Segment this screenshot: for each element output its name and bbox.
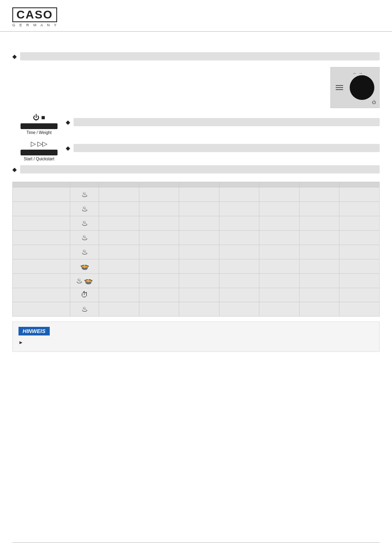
row-7-label (13, 274, 70, 288)
control-bar-time-weight (21, 123, 58, 129)
section-row-bottom: ◆ (12, 165, 380, 173)
col-header-3 (179, 182, 219, 187)
col-header-label (13, 182, 70, 187)
section-line-1 (20, 52, 380, 60)
col-header-5 (259, 182, 300, 187)
top-area: ← → ⏻ (12, 67, 380, 108)
table-section: ♨ ♨ (12, 182, 380, 317)
control-row-start: ▷ ▷▷ Start / Quickstart ◆ (12, 138, 380, 161)
logo: CASO G E R M A N Y (12, 7, 58, 27)
hinweis-text: ► (18, 339, 374, 347)
row-3-c4 (219, 216, 259, 231)
col-header-icon (70, 182, 99, 187)
row-4-label (13, 231, 70, 245)
row-4-c6 (299, 231, 339, 245)
row-3-c6 (299, 216, 339, 231)
control-line-area-2: ◆ (66, 138, 380, 152)
row-2-c5 (259, 202, 300, 216)
control-bar-start (21, 150, 58, 155)
row-5-c7 (339, 245, 380, 259)
row-6-c2 (139, 259, 179, 274)
row-3-c2 (139, 216, 179, 231)
row-1-c6 (299, 187, 339, 202)
top-left (12, 67, 326, 108)
pot-icon-7: 🍲 (84, 277, 93, 285)
row-2-c4 (219, 202, 259, 216)
row-8-c3 (179, 288, 219, 302)
table-row: ♨ (13, 187, 380, 202)
table-row: ♨ (13, 202, 380, 216)
row-2-c3 (179, 202, 219, 216)
row-8-label (13, 288, 70, 302)
row-6-label (13, 259, 70, 274)
row-8-c7 (339, 288, 380, 302)
col-header-4 (219, 182, 259, 187)
hinweis-arrow-icon: ► (18, 339, 23, 347)
diamond-bottom: ◆ (12, 166, 17, 173)
control-row-time-weight: ⏻ ■ Time / Weight ◆ (12, 112, 380, 135)
row-8-c4 (219, 288, 259, 302)
control-label-start: ▷ ▷▷ Start / Quickstart (12, 138, 66, 161)
control-line-start (74, 144, 380, 152)
row-2-c7 (339, 202, 380, 216)
device-power: ⏻ (372, 100, 376, 104)
row-8-c6 (299, 288, 339, 302)
row-2-icon: ♨ (70, 202, 99, 216)
row-7-c1 (99, 274, 139, 288)
pot-icon: 🍲 (80, 262, 89, 271)
row-8-c5 (259, 288, 300, 302)
row-4-c7 (339, 231, 380, 245)
table-row: ♨ (13, 216, 380, 231)
row-4-c4 (219, 231, 259, 245)
control-label-time-weight: ⏻ ■ Time / Weight (12, 112, 66, 135)
row-8-c1 (99, 288, 139, 302)
row-7-icon: ♨ 🍲 (70, 274, 99, 288)
row-2-c2 (139, 202, 179, 216)
row-1-label (13, 187, 70, 202)
steam-icon-3: ♨ (81, 219, 88, 227)
row-7-c5 (259, 274, 300, 288)
row-5-c5 (259, 245, 300, 259)
data-table: ♨ ♨ (12, 182, 380, 317)
steam-icon-9: ♨ (81, 305, 88, 313)
row-4-icon: ♨ (70, 231, 99, 245)
row-8-icon: ⏱ (70, 288, 99, 302)
control-line-time (74, 118, 380, 126)
device-knob (350, 75, 374, 100)
row-4-c2 (139, 231, 179, 245)
row-2-c1 (99, 202, 139, 216)
diamond-1: ◆ (12, 53, 17, 60)
row-9-c7 (339, 302, 380, 317)
col-header-1 (99, 182, 139, 187)
row-3-c1 (99, 216, 139, 231)
main-content: ◆ ← → ⏻ ⏻ ■ (0, 32, 392, 360)
device-image: ← → ⏻ (330, 67, 380, 108)
row-9-c4 (219, 302, 259, 317)
control-line-area-1: ◆ (66, 112, 380, 126)
row-7-c3 (179, 274, 219, 288)
table-row: ♨ (13, 302, 380, 317)
row-6-c7 (339, 259, 380, 274)
row-4-c1 (99, 231, 139, 245)
row-6-c5 (259, 259, 300, 274)
clock-icon: ⏻ (33, 114, 39, 121)
row-6-c4 (219, 259, 259, 274)
row-9-c3 (179, 302, 219, 317)
row-6-c1 (99, 259, 139, 274)
diamond-start: ◆ (66, 145, 70, 151)
play-icon: ▷ (31, 140, 36, 148)
diamond-time: ◆ (66, 119, 70, 125)
section-line-bottom (20, 165, 380, 173)
row-9-c5 (259, 302, 300, 317)
device-lines-icon (336, 85, 343, 90)
header: CASO G E R M A N Y (0, 0, 392, 32)
row-6-c3 (179, 259, 219, 274)
col-header-2 (139, 182, 179, 187)
row-3-c5 (259, 216, 300, 231)
row-6-c6 (299, 259, 339, 274)
row-3-icon: ♨ (70, 216, 99, 231)
table-row: 🍲 (13, 259, 380, 274)
row-2-label (13, 202, 70, 216)
row-7-c6 (299, 274, 339, 288)
row-7-c4 (219, 274, 259, 288)
